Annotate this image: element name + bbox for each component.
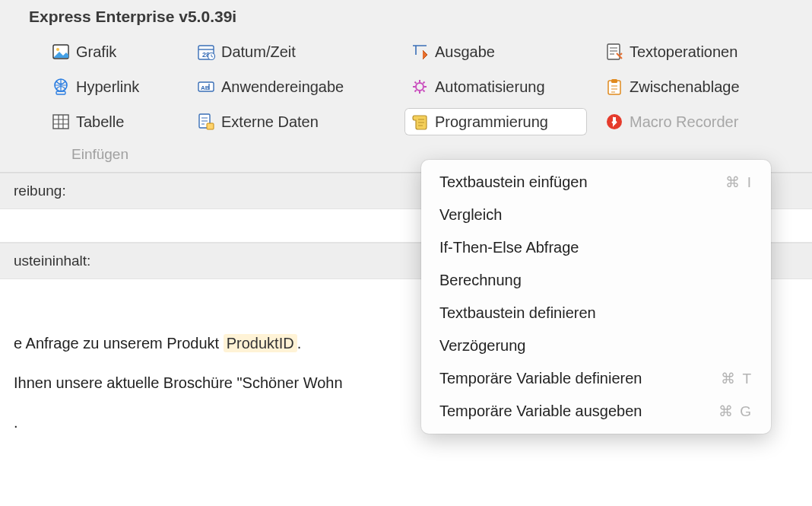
content-text: . bbox=[297, 335, 302, 352]
ribbon-toolbar: Grafik Hyperlink Tabelle Einfügen 28 bbox=[0, 32, 812, 173]
calendar-icon: 28 bbox=[197, 43, 215, 61]
ribbon-item-automatisierung[interactable]: Automatisierung bbox=[404, 73, 587, 100]
externaldata-icon bbox=[197, 113, 215, 131]
menu-shortcut: ⌘ I bbox=[725, 173, 753, 191]
ribbon-label: Tabelle bbox=[76, 113, 124, 131]
ribbon-label: Zwischenablage bbox=[630, 78, 740, 96]
svg-rect-3 bbox=[56, 91, 65, 94]
ribbon-item-programmierung[interactable]: Programmierung bbox=[404, 108, 587, 135]
svg-point-1 bbox=[56, 48, 59, 51]
ribbon-label: Externe Daten bbox=[221, 113, 319, 131]
ribbon-label: Grafik bbox=[76, 43, 116, 61]
ribbon-item-macrorecorder[interactable]: Macro Recorder bbox=[599, 108, 774, 135]
svg-point-12 bbox=[416, 83, 423, 91]
ribbon-item-textoperationen[interactable]: Textoperationen bbox=[599, 38, 774, 65]
svg-rect-15 bbox=[611, 79, 617, 83]
record-icon bbox=[605, 113, 623, 131]
hyperlink-icon bbox=[52, 78, 70, 96]
ribbon-item-zwischenablage[interactable]: Zwischenablage bbox=[599, 73, 774, 100]
menu-item-tempvar-definieren[interactable]: Temporäre Variable definieren ⌘ T bbox=[421, 362, 771, 395]
svg-rect-4 bbox=[53, 115, 68, 129]
output-icon bbox=[411, 43, 429, 61]
menu-label: Temporäre Variable ausgeben bbox=[439, 403, 642, 420]
programmierung-dropdown: Textbaustein einfügen ⌘ I Vergleich If-T… bbox=[421, 160, 771, 434]
ribbon-item-grafik[interactable]: Grafik bbox=[46, 38, 179, 65]
svg-rect-11 bbox=[207, 123, 214, 129]
ribbon-label: Programmierung bbox=[435, 113, 548, 131]
svg-text:AB: AB bbox=[201, 84, 210, 91]
userinput-icon: AB bbox=[197, 78, 215, 96]
menu-item-textbaustein-definieren[interactable]: Textbaustein definieren bbox=[421, 297, 771, 329]
svg-rect-13 bbox=[607, 44, 620, 59]
menu-shortcut: ⌘ G bbox=[718, 403, 753, 420]
ribbon-label: Textoperationen bbox=[630, 43, 737, 61]
content-text: e Anfrage zu unserem Produkt bbox=[14, 335, 224, 352]
menu-item-verzoegerung[interactable]: Verzögerung bbox=[421, 329, 771, 362]
variable-token-produktid[interactable]: ProduktID bbox=[224, 334, 297, 352]
menu-item-vergleich[interactable]: Vergleich bbox=[421, 199, 771, 231]
ribbon-item-datumzeit[interactable]: 28 Datum/Zeit bbox=[191, 38, 392, 65]
table-icon bbox=[52, 113, 70, 131]
menu-label: Textbaustein definieren bbox=[439, 304, 596, 322]
menu-label: Berechnung bbox=[439, 272, 522, 289]
automation-icon bbox=[411, 78, 429, 96]
content-text: . bbox=[14, 414, 18, 431]
ribbon-item-hyperlink[interactable]: Hyperlink bbox=[46, 73, 179, 100]
menu-item-berechnung[interactable]: Berechnung bbox=[421, 264, 771, 297]
menu-label: Temporäre Variable definieren bbox=[439, 370, 642, 387]
textops-icon bbox=[605, 43, 623, 61]
ribbon-label: Hyperlink bbox=[76, 78, 139, 96]
menu-shortcut: ⌘ T bbox=[721, 370, 753, 387]
window-title: Express Enterprise v5.0.39i bbox=[0, 0, 812, 32]
menu-item-tempvar-ausgeben[interactable]: Temporäre Variable ausgeben ⌘ G bbox=[421, 395, 771, 428]
menu-item-ifthenelse[interactable]: If-Then-Else Abfrage bbox=[421, 231, 771, 264]
ribbon-item-externedaten[interactable]: Externe Daten bbox=[191, 108, 392, 135]
ribbon-item-anwendereingabe[interactable]: AB Anwendereingabe bbox=[191, 73, 392, 100]
menu-label: If-Then-Else Abfrage bbox=[439, 239, 579, 256]
ribbon-label: Automatisierung bbox=[435, 78, 545, 96]
ribbon-label: Macro Recorder bbox=[630, 113, 738, 131]
menu-label: Textbaustein einfügen bbox=[439, 173, 588, 191]
ribbon-item-ausgabe[interactable]: Ausgabe bbox=[404, 38, 587, 65]
menu-label: Verzögerung bbox=[439, 337, 525, 355]
ribbon-item-tabelle[interactable]: Tabelle bbox=[46, 108, 179, 135]
ribbon-group-label: Einfügen bbox=[46, 143, 179, 169]
content-text: Ihnen unsere aktuelle Broschüre "Schöner… bbox=[14, 374, 343, 391]
ribbon-label: Datum/Zeit bbox=[221, 43, 296, 61]
image-icon bbox=[52, 43, 70, 61]
ribbon-label: Ausgabe bbox=[435, 43, 495, 61]
menu-item-textbaustein-einfuegen[interactable]: Textbaustein einfügen ⌘ I bbox=[421, 166, 771, 199]
clipboard-icon bbox=[605, 78, 623, 96]
ribbon-label: Anwendereingabe bbox=[221, 78, 344, 96]
scroll-icon bbox=[411, 113, 429, 131]
menu-label: Vergleich bbox=[439, 206, 502, 224]
